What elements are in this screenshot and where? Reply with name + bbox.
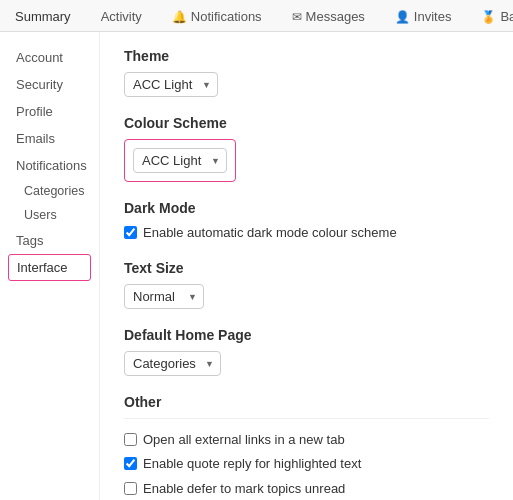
theme-section: Theme ACC Light Dark Default <box>124 48 489 97</box>
dark-mode-section: Dark Mode Enable automatic dark mode col… <box>124 200 489 242</box>
other-row-1: Enable quote reply for highlighted text <box>124 455 489 473</box>
dark-mode-row: Enable automatic dark mode colour scheme <box>124 224 489 242</box>
tab-invites-label: Invites <box>414 9 452 24</box>
tab-notifications-label: Notifications <box>191 9 262 24</box>
tab-summary-label: Summary <box>15 9 71 24</box>
other-title: Other <box>124 394 489 410</box>
tab-activity[interactable]: Activity <box>86 0 157 32</box>
sidebar-item-profile[interactable]: Profile <box>0 98 99 125</box>
open-external-label[interactable]: Open all external links in a new tab <box>143 431 345 449</box>
other-row-0: Open all external links in a new tab <box>124 431 489 449</box>
text-size-select-wrap: Smaller Normal Larger <box>124 284 204 309</box>
dark-mode-checkbox[interactable] <box>124 226 137 239</box>
tab-summary[interactable]: Summary <box>0 0 86 32</box>
sidebar-item-tags[interactable]: Tags <box>0 227 99 254</box>
text-size-title: Text Size <box>124 260 489 276</box>
sidebar-item-interface[interactable]: Interface <box>8 254 91 281</box>
home-page-section: Default Home Page Categories Latest Top … <box>124 327 489 376</box>
quote-reply-checkbox[interactable] <box>124 457 137 470</box>
sidebar-item-notifications[interactable]: Notifications <box>0 152 99 179</box>
colour-scheme-section: Colour Scheme ACC Light Dark Default <box>124 115 489 182</box>
colour-scheme-select-wrap: ACC Light Dark Default <box>133 148 227 173</box>
dark-mode-label[interactable]: Enable automatic dark mode colour scheme <box>143 224 397 242</box>
tab-notifications[interactable]: 🔔 Notifications <box>157 0 277 32</box>
sidebar-item-emails[interactable]: Emails <box>0 125 99 152</box>
sidebar-item-users[interactable]: Users <box>0 203 99 227</box>
tab-badges-label: Badges <box>500 9 513 24</box>
home-page-select[interactable]: Categories Latest Top Unread <box>124 351 221 376</box>
other-section: Other Open all external links in a new t… <box>124 394 489 500</box>
dark-mode-title: Dark Mode <box>124 200 489 216</box>
sidebar: Account Security Profile Emails Notifica… <box>0 32 100 500</box>
colour-scheme-box: ACC Light Dark Default <box>124 139 236 182</box>
theme-select[interactable]: ACC Light Dark Default <box>124 72 218 97</box>
colour-scheme-title: Colour Scheme <box>124 115 489 131</box>
colour-scheme-select[interactable]: ACC Light Dark Default <box>133 148 227 173</box>
defer-mark-checkbox[interactable] <box>124 482 137 495</box>
tab-invites[interactable]: 👤 Invites <box>380 0 467 32</box>
bell-icon: 🔔 <box>172 10 187 24</box>
tab-messages[interactable]: ✉ Messages <box>277 0 380 32</box>
home-page-title: Default Home Page <box>124 327 489 343</box>
theme-title: Theme <box>124 48 489 64</box>
sidebar-item-categories[interactable]: Categories <box>0 179 99 203</box>
badge-icon: 🏅 <box>481 10 496 24</box>
theme-select-wrap: ACC Light Dark Default <box>124 72 218 97</box>
home-page-select-wrap: Categories Latest Top Unread <box>124 351 221 376</box>
mail-icon: ✉ <box>292 10 302 24</box>
text-size-section: Text Size Smaller Normal Larger <box>124 260 489 309</box>
top-nav: Summary Activity 🔔 Notifications ✉ Messa… <box>0 0 513 32</box>
defer-mark-label[interactable]: Enable defer to mark topics unread <box>143 480 345 498</box>
quote-reply-label[interactable]: Enable quote reply for highlighted text <box>143 455 361 473</box>
other-row-2: Enable defer to mark topics unread <box>124 480 489 498</box>
sidebar-item-account[interactable]: Account <box>0 44 99 71</box>
page-layout: Account Security Profile Emails Notifica… <box>0 32 513 500</box>
tab-activity-label: Activity <box>101 9 142 24</box>
tab-messages-label: Messages <box>306 9 365 24</box>
sidebar-item-security[interactable]: Security <box>0 71 99 98</box>
other-divider <box>124 418 489 419</box>
user-plus-icon: 👤 <box>395 10 410 24</box>
tab-badges[interactable]: 🏅 Badges <box>466 0 513 32</box>
open-external-checkbox[interactable] <box>124 433 137 446</box>
text-size-select[interactable]: Smaller Normal Larger <box>124 284 204 309</box>
preferences-main: Theme ACC Light Dark Default Colour Sche… <box>100 32 513 500</box>
